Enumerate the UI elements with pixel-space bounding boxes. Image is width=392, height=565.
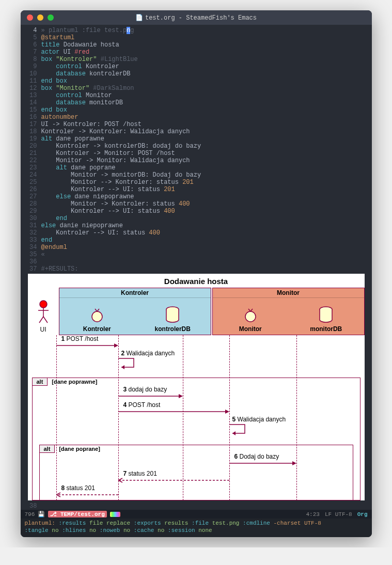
message-label: 8 status 201 bbox=[61, 484, 95, 492]
line-number-gutter: 4567891011121314151617181920212223242526… bbox=[21, 27, 41, 273]
diagram-title: Dodawanie hosta bbox=[28, 274, 365, 288]
encoding: LF UTF-8 bbox=[325, 511, 352, 517]
results-block: Dodawanie hosta UIKontrolerKontrolerkont… bbox=[21, 274, 372, 503]
post-gap: 38 bbox=[21, 503, 372, 510]
header-args-line: plantuml: :results file replace :exports… bbox=[21, 519, 372, 537]
plantuml-diagram: Dodawanie hosta UIKontrolerKontrolerkont… bbox=[28, 274, 365, 500]
cursor-position: 4:23 bbox=[306, 511, 319, 517]
major-mode[interactable]: Org bbox=[357, 511, 368, 517]
svg-line-4 bbox=[43, 317, 48, 323]
svg-line-3 bbox=[39, 317, 43, 323]
participant-monitorDB: monitorDB bbox=[288, 298, 364, 335]
line-count: 796 bbox=[25, 511, 35, 517]
line-number: 38 bbox=[21, 503, 41, 510]
message-label: 1 POST /host bbox=[61, 335, 99, 342]
svg-point-0 bbox=[40, 301, 47, 308]
code-content[interactable]: » plantuml :file test.png@startumltitle … bbox=[41, 27, 372, 273]
nyan-icon bbox=[110, 512, 120, 517]
window-title: 📄test.org - SteamedFish's Emacs bbox=[21, 14, 372, 22]
message-label: 6 Dodaj do bazy bbox=[234, 453, 279, 460]
participants-row: UIKontrolerKontrolerkontrolerDBMonitorMo… bbox=[28, 288, 365, 335]
file-icon: 📄 bbox=[135, 14, 143, 22]
box-kontroler: KontrolerKontrolerkontrolerDB bbox=[59, 288, 211, 335]
message-label: 7 status 201 bbox=[123, 470, 157, 477]
actor-ui: UI bbox=[28, 288, 59, 335]
save-icon: 💾 bbox=[38, 511, 45, 517]
emacs-window: 📄test.org - SteamedFish's Emacs 45678910… bbox=[21, 10, 372, 537]
titlebar: 📄test.org - SteamedFish's Emacs bbox=[21, 10, 372, 25]
participant-kontrolerDB: kontrolerDB bbox=[135, 298, 211, 335]
box-monitor: MonitorMonitormonitorDB bbox=[212, 288, 365, 335]
empty-line bbox=[41, 503, 372, 510]
participant-Kontroler: Kontroler bbox=[59, 298, 135, 335]
svg-point-7 bbox=[245, 311, 256, 322]
message-label: 3 dodaj do bazy bbox=[123, 386, 167, 393]
messages-area: alt[dane poprawne]alt[dane poprane]1 POS… bbox=[28, 335, 365, 500]
buffer-name[interactable]: ⎇ TEMP/test.org bbox=[48, 511, 106, 517]
message-label: 4 POST /host bbox=[123, 401, 161, 409]
editor-area[interactable]: 4567891011121314151617181920212223242526… bbox=[21, 25, 372, 274]
participant-Monitor: Monitor bbox=[213, 298, 289, 335]
message-label: 5 Walidacja danych bbox=[232, 416, 286, 423]
svg-point-5 bbox=[92, 311, 102, 322]
message-label: 2 Walidacja danych bbox=[121, 350, 175, 357]
modeline: 796 💾 ⎇ TEMP/test.org 4:23 LF UTF-8 Org bbox=[21, 510, 372, 519]
